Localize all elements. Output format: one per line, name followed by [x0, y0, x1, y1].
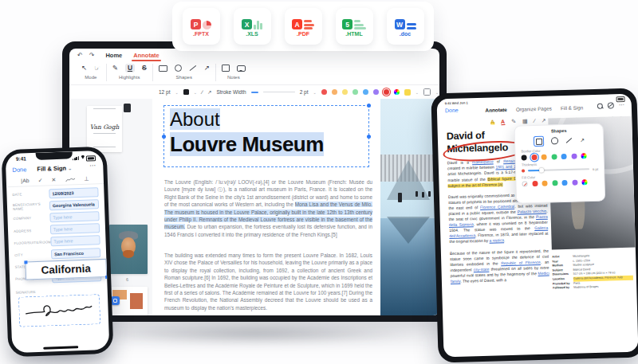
highlight-tool-icon[interactable]: A	[490, 119, 494, 124]
wiki-link[interactable]: Republic of Florence	[501, 260, 541, 265]
border-color-black[interactable]	[522, 155, 527, 160]
view-mode-icon[interactable]	[608, 102, 614, 108]
line-shape[interactable]	[566, 138, 573, 143]
format-card-pdf[interactable]: A .PDF	[285, 8, 322, 45]
strikethrough-tool[interactable]: S	[142, 65, 147, 72]
circle-shape[interactable]	[551, 137, 558, 144]
selection-handle[interactable]	[367, 135, 371, 139]
border-color-green[interactable]	[551, 154, 557, 159]
selection-handle[interactable]	[162, 135, 166, 139]
tab-annotate[interactable]: Annotate	[133, 52, 160, 59]
city-field[interactable]: San Francisco	[51, 248, 100, 259]
ellipse-tool-icon[interactable]	[175, 65, 182, 72]
format-card-html[interactable]: 5 .HTML	[336, 8, 373, 45]
undo-icon[interactable]: ↶	[77, 52, 83, 59]
font-size-value[interactable]: 12 pt	[159, 89, 170, 95]
format-card-doc[interactable]: W .doc	[387, 8, 424, 45]
wiki-link[interactable]: a replica	[489, 239, 504, 244]
search-icon[interactable]	[597, 103, 603, 108]
underline-tool-icon[interactable]: A	[501, 119, 505, 125]
shapes-tool-icon[interactable]: ▦	[522, 118, 528, 124]
border-color-rainbow[interactable]	[581, 153, 586, 159]
format-card-xls[interactable]: X .XLS	[234, 8, 271, 45]
line-style-icon[interactable]: ∕	[202, 89, 203, 95]
tab-annotate[interactable]: Annotate	[485, 107, 506, 113]
company-field[interactable]: Type here	[49, 211, 99, 222]
font-color-swatch[interactable]	[183, 89, 189, 95]
arrow-tool-icon[interactable]: ↗	[204, 65, 210, 72]
fill-color-swatch[interactable]	[423, 88, 431, 96]
comment-icon[interactable]	[237, 65, 246, 72]
selection-handle[interactable]	[105, 275, 108, 278]
signature-box[interactable]	[18, 294, 100, 327]
highlight-color-swatch[interactable]	[404, 89, 411, 96]
wiki-link[interactable]: Palazzo Vecchio	[518, 209, 547, 214]
properties-bar: 12 pt ⌄ ⌄ ∕ ↗ Stroke Width 2 pt ⌄	[69, 84, 439, 100]
name-field[interactable]: Georgina Valenzuela	[49, 199, 99, 210]
line-tool-icon[interactable]: ∕	[534, 118, 534, 123]
paragraph-text: Due to urban expansion, the fortress eve…	[164, 224, 372, 237]
cross-tool-icon[interactable]: ✕	[51, 177, 56, 183]
home-indicator[interactable]	[43, 346, 78, 350]
floor-suite-room-field[interactable]: Type here	[50, 235, 100, 246]
fill-color-purple[interactable]	[572, 179, 577, 185]
underline-tool[interactable]: U	[125, 64, 135, 72]
border-color-red-selected[interactable]	[531, 155, 537, 160]
selection-handle[interactable]	[24, 260, 27, 264]
color-swatch-selected[interactable]	[384, 89, 389, 95]
fill-color-red[interactable]	[532, 180, 538, 186]
border-color-purple[interactable]	[571, 154, 577, 159]
phone-title[interactable]: Fill & Sign ⌄	[6, 163, 103, 174]
text-field-tool-icon[interactable]: |Ab	[21, 178, 30, 183]
format-card-pptx[interactable]: P .FPTX	[183, 8, 220, 45]
fill-color-green[interactable]	[552, 180, 557, 186]
more-icon[interactable]: ⋯	[619, 102, 625, 108]
color-swatch-red[interactable]	[321, 89, 327, 95]
fill-color-blue[interactable]	[561, 179, 567, 185]
chevron-down-icon: ⌄	[194, 90, 197, 95]
wiki-link[interactable]: city-state	[474, 268, 490, 272]
stroke-width-slider[interactable]	[263, 92, 295, 92]
state-value-editor[interactable]: California	[25, 259, 107, 280]
slider-knob[interactable]	[538, 168, 543, 173]
date-field[interactable]: 12/09/2023	[49, 187, 98, 198]
tab-organize-pages[interactable]: Organize Pages	[516, 105, 552, 112]
color-swatch-blue[interactable]	[363, 89, 368, 95]
wiki-link[interactable]: Florence Cathedral	[480, 205, 514, 209]
color-swatch-yellow[interactable]	[342, 89, 348, 95]
fill-color-orange[interactable]	[542, 180, 547, 186]
redo-icon[interactable]: ↷	[89, 52, 95, 59]
address-field[interactable]: Type here	[50, 223, 100, 234]
tab-home[interactable]: Home	[105, 52, 122, 59]
check-tool-icon[interactable]: ✓	[37, 177, 42, 183]
mode-label: Mode	[85, 75, 96, 80]
selection-handle[interactable]	[367, 104, 371, 108]
arrow-style-icon[interactable]: ↗	[207, 89, 211, 96]
fill-color-none[interactable]	[522, 181, 527, 186]
highlighter-pen-icon[interactable]: ✎	[112, 65, 118, 72]
arrow-shape[interactable]: ↗	[580, 137, 585, 143]
stamp-tool-icon[interactable]: ⊥	[84, 175, 89, 182]
arrow-tool-icon[interactable]: ↗	[542, 117, 546, 123]
thickness-slider[interactable]	[528, 168, 589, 171]
border-color-blue[interactable]	[561, 154, 567, 159]
more-icon[interactable]: ⋯	[89, 162, 96, 169]
line-tool-icon[interactable]	[189, 65, 196, 71]
note-icon[interactable]	[222, 65, 230, 72]
tab-fill-sign[interactable]: Fill & Sign	[561, 104, 584, 111]
stroke-width-value[interactable]: 2 pt	[300, 89, 309, 95]
hand-icon[interactable]: ☞	[94, 65, 100, 72]
rectangle-tool-icon[interactable]	[159, 65, 167, 72]
border-color-orange[interactable]	[542, 155, 547, 160]
color-swatch-rainbow[interactable]	[394, 89, 400, 95]
fill-color-rainbow[interactable]	[581, 179, 587, 185]
color-swatch-orange[interactable]	[332, 89, 337, 95]
signature-tool-icon[interactable]	[65, 176, 75, 182]
color-swatch-purple[interactable]	[373, 89, 379, 95]
square-shape-selected[interactable]	[534, 136, 544, 147]
color-swatch-green[interactable]	[352, 89, 358, 95]
page-thumbnail-portrait[interactable]	[109, 225, 148, 274]
pen-tool-icon[interactable]: ✎	[511, 118, 516, 124]
page-thumbnail-cover[interactable]: Van Gogh	[87, 106, 122, 152]
cursor-icon[interactable]: ↖	[81, 65, 87, 72]
